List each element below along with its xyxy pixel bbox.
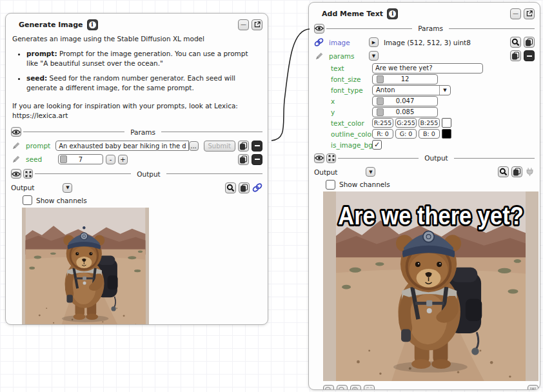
output-visibility-button[interactable] [11,169,21,179]
y-input[interactable]: 0.085 [372,107,438,117]
magnifier-minus-icon [324,386,333,391]
magnifier-plus-icon [351,386,360,391]
text-color-swatch[interactable] [442,118,451,128]
text-color-g-input[interactable]: G:255 [395,118,417,128]
seed-slider-handle[interactable] [60,155,67,163]
text-color-b-input[interactable]: B:255 [419,118,440,128]
image-copy-button[interactable] [524,37,535,48]
param-row-seed: seed 7 - + [11,153,262,166]
check-icon: ✓ [374,141,380,149]
info-button[interactable]: i [87,19,98,30]
eye-icon [315,155,324,161]
divider-line [338,158,419,159]
minimize-button[interactable]: — [510,8,521,19]
node-title: Add Meme Text [322,10,383,18]
seed-decrement-button[interactable]: - [106,155,115,164]
eye-icon [12,129,21,135]
generate-image-node[interactable]: Generate Image i — Generates an image us… [5,13,268,325]
output-link-socket-icon[interactable] [252,182,262,193]
output-expand-button[interactable] [23,169,33,179]
eye-icon [315,25,324,32]
prompt-more-button[interactable]: ... [189,141,199,151]
font-size-input[interactable]: 12 [372,74,438,84]
output-image-preview[interactable] [22,208,149,325]
minimize-button[interactable]: — [238,19,249,30]
prompt-input[interactable] [55,141,188,151]
param-row-prompt: prompt ... Submit [11,139,262,153]
output-copy-button[interactable] [239,182,250,193]
copy-icon [525,38,533,46]
params-copy-button[interactable] [510,50,521,61]
output-row: Output ▼ [314,165,535,179]
is-image-bgr-checkbox[interactable]: ✓ [372,140,382,150]
unpack-seed-button[interactable] [252,154,262,165]
outline-color-swatch[interactable] [442,129,451,139]
zoom-reset-button[interactable] [337,385,348,391]
show-channels-checkbox[interactable] [23,195,32,205]
copy-seed-button[interactable] [238,154,249,165]
output-visibility-button[interactable] [314,153,324,163]
output-unconnected-socket-icon[interactable] [525,167,535,177]
image-zoom-button[interactable] [510,37,521,48]
output-zoom-button[interactable] [498,166,509,177]
popout-button[interactable] [524,8,535,19]
image-param-label: image [329,39,366,46]
field-row-is-image-bgr: is_image_bgr ✓ [314,139,535,150]
meme-node-header[interactable]: Add Meme Text i — [314,6,535,21]
params-visibility-button[interactable] [11,127,21,137]
copy-prompt-button[interactable] [238,141,249,152]
font-type-dropdown[interactable]: Anton ▼ [372,85,451,95]
image-expand-button[interactable]: ▶ [369,37,379,47]
zoom-out-button[interactable] [323,385,334,391]
fit-view-button[interactable] [364,385,375,391]
output-dropdown-button[interactable]: ▼ [366,167,375,177]
field-row-y: y 0.085 [314,106,535,117]
font-size-slider-handle[interactable] [377,75,384,83]
show-channels-checkbox[interactable] [326,180,335,190]
doc-bullet-prompt: prompt: Prompt for the image generation.… [26,49,260,68]
text-input[interactable] [372,63,483,74]
caret-down-icon: ▼ [439,86,450,95]
play-icon: ▶ [372,40,375,45]
node-description: Generates an image using the Stable Diff… [12,34,261,44]
params-visibility-button[interactable] [314,24,324,34]
outline-color-r-input[interactable]: R: 0 [372,129,393,139]
params-unpack-button[interactable] [524,50,535,61]
magnifier-icon [226,184,235,192]
popout-button[interactable] [252,19,262,30]
text-color-r-input[interactable]: R:255 [372,118,393,128]
expand-arrows-icon [328,154,335,162]
info-button[interactable]: i [387,8,398,19]
magnifier-icon [499,168,508,176]
unpack-prompt-button[interactable] [252,141,262,152]
zoom-in-button[interactable] [350,385,361,391]
link-icon[interactable] [314,37,324,47]
add-meme-text-node[interactable]: Add Meme Text i — Params image ▶ Image (… [308,2,540,390]
minus-icon [527,55,532,57]
y-slider-handle[interactable] [377,108,384,116]
output-copy-button[interactable] [511,166,522,177]
divider-line [23,132,124,132]
output-zoom-button[interactable] [225,182,236,193]
outline-color-label: outline_color [331,130,370,138]
x-input[interactable]: 0.047 [372,96,438,106]
field-row-font-size: font_size 12 [314,74,535,84]
divider-line [161,132,262,132]
outline-color-g-input[interactable]: G: 0 [395,129,417,139]
doc-bullets: prompt: Prompt for the image generation.… [11,49,262,97]
meme-overlay-text: Are we there yet? [338,202,523,230]
seed-input[interactable]: 7 [58,154,103,164]
outline-color-b-input[interactable]: B: 0 [419,129,440,139]
params-collapse-button[interactable]: ▼ [369,51,379,61]
info-icon: i [89,21,96,28]
channels-settings-button[interactable] [528,385,538,391]
x-slider-handle[interactable] [377,97,384,105]
output-expand-button[interactable] [326,153,336,163]
y-label: y [331,108,370,116]
magnifier-icon [338,386,346,391]
seed-increment-button[interactable]: + [118,155,128,164]
output-image-preview[interactable]: Are we there yet? [323,191,538,381]
submit-button[interactable]: Submit [204,141,235,152]
output-dropdown-button[interactable]: ▼ [63,183,72,193]
generate-node-header[interactable]: Generate Image i — [11,17,262,32]
